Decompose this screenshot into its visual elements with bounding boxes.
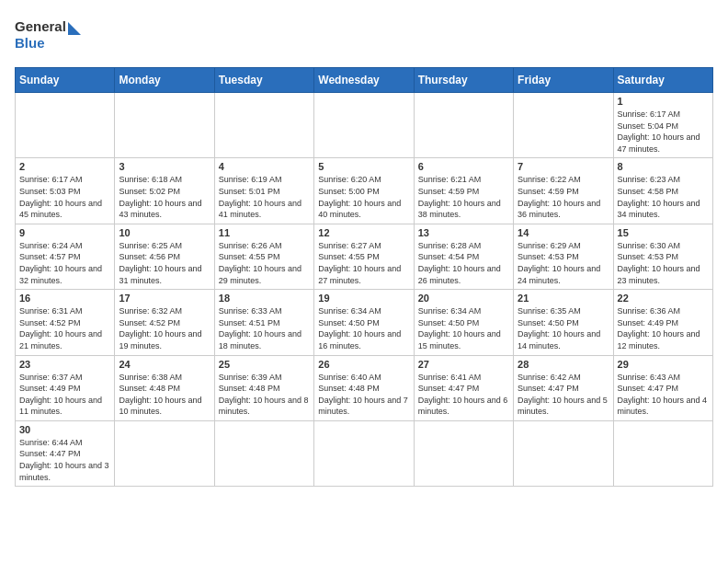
calendar-week-row: 30Sunrise: 6:44 AM Sunset: 4:47 PM Dayli… [16,420,713,486]
day-number: 24 [119,359,210,370]
day-info: Sunrise: 6:22 AM Sunset: 4:59 PM Dayligh… [518,174,609,220]
calendar-day-header: Wednesday [314,68,414,93]
day-info: Sunrise: 6:39 AM Sunset: 4:48 PM Dayligh… [219,372,310,418]
day-info: Sunrise: 6:44 AM Sunset: 4:47 PM Dayligh… [19,437,110,483]
svg-text:General: General [15,18,66,34]
day-number: 13 [418,227,509,238]
day-info: Sunrise: 6:41 AM Sunset: 4:47 PM Dayligh… [418,372,509,418]
day-info: Sunrise: 6:21 AM Sunset: 4:59 PM Dayligh… [418,174,509,220]
day-info: Sunrise: 6:19 AM Sunset: 5:01 PM Dayligh… [219,174,310,220]
day-number: 11 [219,227,310,238]
day-info: Sunrise: 6:17 AM Sunset: 5:04 PM Dayligh… [618,109,709,155]
calendar-day-cell [214,93,313,158]
calendar-day-cell: 28Sunrise: 6:42 AM Sunset: 4:47 PM Dayli… [514,355,613,420]
day-number: 16 [19,293,110,304]
day-info: Sunrise: 6:17 AM Sunset: 5:03 PM Dayligh… [19,174,110,220]
day-number: 26 [318,359,409,370]
day-number: 18 [219,293,310,304]
calendar-day-cell: 20Sunrise: 6:34 AM Sunset: 4:50 PM Dayli… [414,290,513,355]
day-info: Sunrise: 6:43 AM Sunset: 4:47 PM Dayligh… [618,372,709,418]
day-number: 14 [518,227,609,238]
calendar-day-header: Saturday [613,68,712,93]
day-info: Sunrise: 6:37 AM Sunset: 4:49 PM Dayligh… [19,372,110,418]
day-info: Sunrise: 6:25 AM Sunset: 4:56 PM Dayligh… [119,240,210,286]
calendar-week-row: 16Sunrise: 6:31 AM Sunset: 4:52 PM Dayli… [16,290,713,355]
day-info: Sunrise: 6:18 AM Sunset: 5:02 PM Dayligh… [119,174,210,220]
day-info: Sunrise: 6:24 AM Sunset: 4:57 PM Dayligh… [19,240,110,286]
calendar-day-cell: 21Sunrise: 6:35 AM Sunset: 4:50 PM Dayli… [514,290,613,355]
calendar-day-cell [613,420,712,486]
day-info: Sunrise: 6:38 AM Sunset: 4:48 PM Dayligh… [119,372,210,418]
calendar-day-cell: 11Sunrise: 6:26 AM Sunset: 4:55 PM Dayli… [214,224,313,289]
calendar-week-row: 9Sunrise: 6:24 AM Sunset: 4:57 PM Daylig… [16,224,713,289]
day-info: Sunrise: 6:36 AM Sunset: 4:49 PM Dayligh… [618,305,709,351]
calendar-day-cell [514,93,613,158]
day-info: Sunrise: 6:31 AM Sunset: 4:52 PM Dayligh… [19,305,110,351]
calendar-week-row: 23Sunrise: 6:37 AM Sunset: 4:49 PM Dayli… [16,355,713,420]
day-number: 20 [418,293,509,304]
day-number: 3 [119,161,210,172]
day-number: 28 [518,359,609,370]
day-info: Sunrise: 6:26 AM Sunset: 4:55 PM Dayligh… [219,240,310,286]
calendar-day-cell: 18Sunrise: 6:33 AM Sunset: 4:51 PM Dayli… [214,290,313,355]
calendar-day-header: Thursday [414,68,513,93]
day-info: Sunrise: 6:34 AM Sunset: 4:50 PM Dayligh… [418,305,509,351]
day-number: 6 [418,161,509,172]
day-info: Sunrise: 6:33 AM Sunset: 4:51 PM Dayligh… [219,305,310,351]
calendar-day-cell: 5Sunrise: 6:20 AM Sunset: 5:00 PM Daylig… [314,158,414,224]
day-number: 7 [518,161,609,172]
day-info: Sunrise: 6:29 AM Sunset: 4:53 PM Dayligh… [518,240,609,286]
day-number: 1 [618,96,709,107]
day-number: 21 [518,293,609,304]
calendar-day-cell: 19Sunrise: 6:34 AM Sunset: 4:50 PM Dayli… [314,290,414,355]
calendar-day-cell [115,420,214,486]
calendar-day-cell [16,93,115,158]
calendar-day-cell [314,93,414,158]
calendar-day-cell: 13Sunrise: 6:28 AM Sunset: 4:54 PM Dayli… [414,224,513,289]
calendar-day-cell: 10Sunrise: 6:25 AM Sunset: 4:56 PM Dayli… [115,224,214,289]
calendar-day-cell: 14Sunrise: 6:29 AM Sunset: 4:53 PM Dayli… [514,224,613,289]
calendar-day-cell [314,420,414,486]
day-number: 8 [618,161,709,172]
calendar-day-cell: 26Sunrise: 6:40 AM Sunset: 4:48 PM Dayli… [314,355,414,420]
calendar-day-header: Sunday [16,68,115,93]
day-number: 30 [19,424,110,435]
day-number: 10 [119,227,210,238]
calendar-day-cell: 12Sunrise: 6:27 AM Sunset: 4:55 PM Dayli… [314,224,414,289]
calendar-day-cell: 15Sunrise: 6:30 AM Sunset: 4:53 PM Dayli… [613,224,712,289]
day-number: 9 [19,227,110,238]
day-info: Sunrise: 6:23 AM Sunset: 4:58 PM Dayligh… [618,174,709,220]
calendar-day-cell: 17Sunrise: 6:32 AM Sunset: 4:52 PM Dayli… [115,290,214,355]
day-info: Sunrise: 6:34 AM Sunset: 4:50 PM Dayligh… [318,305,409,351]
calendar-day-cell [514,420,613,486]
day-number: 27 [418,359,509,370]
calendar-day-cell: 22Sunrise: 6:36 AM Sunset: 4:49 PM Dayli… [613,290,712,355]
page-header: GeneralBlue [15,15,713,56]
day-number: 22 [618,293,709,304]
logo: GeneralBlue [15,15,88,56]
calendar-day-cell: 29Sunrise: 6:43 AM Sunset: 4:47 PM Dayli… [613,355,712,420]
calendar-day-cell: 24Sunrise: 6:38 AM Sunset: 4:48 PM Dayli… [115,355,214,420]
calendar-day-cell [414,93,513,158]
calendar-day-cell: 27Sunrise: 6:41 AM Sunset: 4:47 PM Dayli… [414,355,513,420]
calendar-day-cell: 9Sunrise: 6:24 AM Sunset: 4:57 PM Daylig… [16,224,115,289]
day-number: 15 [618,227,709,238]
calendar-header-row: SundayMondayTuesdayWednesdayThursdayFrid… [16,68,713,93]
svg-marker-2 [68,22,81,35]
calendar-day-cell [214,420,313,486]
day-info: Sunrise: 6:28 AM Sunset: 4:54 PM Dayligh… [418,240,509,286]
calendar-day-cell: 4Sunrise: 6:19 AM Sunset: 5:01 PM Daylig… [214,158,313,224]
svg-text:Blue: Blue [15,35,45,51]
calendar-day-header: Friday [514,68,613,93]
day-number: 5 [318,161,409,172]
day-number: 17 [119,293,210,304]
day-number: 23 [19,359,110,370]
day-info: Sunrise: 6:40 AM Sunset: 4:48 PM Dayligh… [318,372,409,418]
day-info: Sunrise: 6:30 AM Sunset: 4:53 PM Dayligh… [618,240,709,286]
day-number: 4 [219,161,310,172]
calendar-day-cell: 2Sunrise: 6:17 AM Sunset: 5:03 PM Daylig… [16,158,115,224]
calendar-day-cell: 8Sunrise: 6:23 AM Sunset: 4:58 PM Daylig… [613,158,712,224]
day-number: 12 [318,227,409,238]
calendar-table: SundayMondayTuesdayWednesdayThursdayFrid… [15,67,713,487]
day-info: Sunrise: 6:35 AM Sunset: 4:50 PM Dayligh… [518,305,609,351]
